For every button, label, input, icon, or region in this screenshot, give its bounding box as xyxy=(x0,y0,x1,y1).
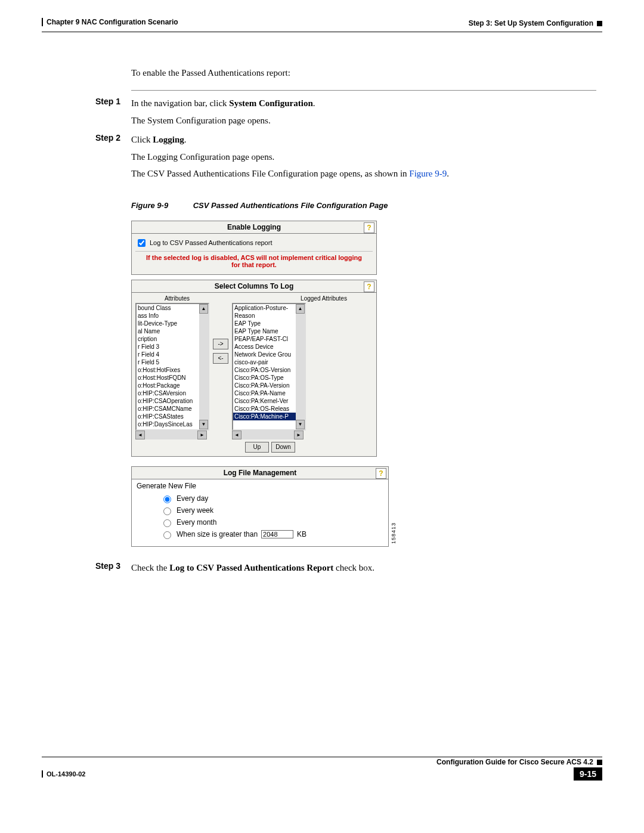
log-csv-checkbox[interactable] xyxy=(138,239,145,247)
scroll-down-icon[interactable]: ▼ xyxy=(199,420,208,429)
step3-label: Step 3 xyxy=(95,561,131,571)
list-item[interactable]: Cisco:PA:PA-Version xyxy=(233,382,305,389)
list-item[interactable]: cisco-av-pair xyxy=(233,358,305,366)
list-item[interactable]: r Field 5 xyxy=(137,358,208,366)
figure-link[interactable]: Figure 9-9 xyxy=(409,169,447,178)
section-header: Step 3: Set Up System Configuration xyxy=(469,18,593,29)
size-radio[interactable] xyxy=(163,531,171,539)
size-label-pre: When size is greater than xyxy=(177,530,258,538)
scroll-left-icon[interactable]: ◄ xyxy=(135,431,145,439)
enable-logging-title: Enable Logging xyxy=(227,223,281,231)
step1-label: Step 1 xyxy=(95,97,131,106)
move-left-button[interactable]: <- xyxy=(213,353,228,364)
logging-warning: If the selected log is disabled, ACS wil… xyxy=(135,252,373,272)
select-columns-title: Select Columns To Log xyxy=(215,282,293,290)
list-item[interactable]: bound Class xyxy=(137,304,208,312)
step2-label: Step 2 xyxy=(95,133,131,143)
list-item[interactable]: lit-Device-Type xyxy=(137,320,208,327)
generate-new-file-label: Generate New File xyxy=(137,482,383,490)
list-item[interactable]: o:HIP:CSAOperation xyxy=(137,397,208,405)
log-csv-label: Log to CSV Passed Authentications report xyxy=(150,239,272,246)
down-button[interactable]: Down xyxy=(271,442,295,453)
logged-attributes-listbox[interactable]: Application-Posture-ReasonEAP TypeEAP Ty… xyxy=(232,303,306,431)
enable-logging-panel: Enable Logging ? Log to CSV Passed Authe… xyxy=(131,221,377,275)
list-item[interactable]: Reason xyxy=(233,312,305,320)
scroll-up-icon[interactable]: ▲ xyxy=(199,304,208,314)
list-item[interactable]: o:Host:HostFQDN xyxy=(137,374,208,382)
scroll-right-icon[interactable]: ► xyxy=(294,431,304,439)
list-item[interactable]: cription xyxy=(137,335,208,343)
figure-sidecode: 158413 xyxy=(391,522,397,544)
list-item[interactable]: al Name xyxy=(137,327,208,335)
step2-line3: The CSV Passed Authentications File Conf… xyxy=(131,167,596,181)
every-week-radio[interactable] xyxy=(163,507,171,515)
list-item[interactable]: o:HIP:CSAMCName xyxy=(137,405,208,413)
every-month-label: Every month xyxy=(177,518,216,527)
list-item[interactable]: o:Host:Package xyxy=(137,382,208,389)
list-item[interactable]: hester:Audit:Device-T xyxy=(137,428,208,431)
log-file-mgmt-title: Log File Management xyxy=(224,469,297,477)
list-item[interactable]: ass Info xyxy=(137,312,208,320)
list-item[interactable]: o:HIP:DaysSinceLas xyxy=(137,420,208,428)
every-month-radio[interactable] xyxy=(163,519,171,527)
list-item[interactable]: o:HIP:CSAVersion xyxy=(137,389,208,397)
attributes-listbox[interactable]: bound Classass Infolit-Device-Typeal Nam… xyxy=(135,303,209,431)
chapter-header: Chapter 9 NAC Configuration Scenario xyxy=(42,18,178,26)
list-item[interactable]: Cisco:PA:OS-Type xyxy=(233,374,305,382)
list-item[interactable]: r Field 4 xyxy=(137,351,208,358)
list-item[interactable]: PEAP/EAP-FAST-Cl xyxy=(233,335,305,343)
footer-doc-id: OL-14390-02 xyxy=(42,770,85,778)
help-icon[interactable]: ? xyxy=(376,468,386,479)
attributes-header: Attributes xyxy=(135,295,219,302)
list-item[interactable]: Cisco:PA:OS-Version xyxy=(233,366,305,374)
log-file-mgmt-panel: Log File Management ? Generate New File … xyxy=(131,466,389,547)
list-item[interactable]: EAP Type xyxy=(233,320,305,327)
step2-line1: Click Logging. xyxy=(131,133,596,147)
list-item[interactable]: Cisco:PA:OS-Releas xyxy=(233,405,305,413)
scrollbar[interactable]: ▲ ▼ xyxy=(199,304,208,429)
figure-caption: Figure 9-9 CSV Passed Authentications Fi… xyxy=(131,201,596,210)
list-item[interactable]: EAP Type Name xyxy=(233,327,305,335)
footer-guide-title: Configuration Guide for Cisco Secure ACS… xyxy=(436,758,593,766)
page-number-badge: 9-15 xyxy=(574,767,602,781)
scroll-up-icon[interactable]: ▲ xyxy=(296,304,305,314)
list-item[interactable]: Access Device xyxy=(233,343,305,351)
step1-line1: In the navigation bar, click System Conf… xyxy=(131,97,596,110)
every-day-label: Every day xyxy=(177,494,208,503)
help-icon[interactable]: ? xyxy=(364,222,374,233)
list-item[interactable]: o:Host:HotFixes xyxy=(137,366,208,374)
list-item[interactable]: o:HIP:CSAStates xyxy=(137,413,208,420)
scroll-left-icon[interactable]: ◄ xyxy=(232,431,242,439)
list-item[interactable]: Application-Posture- xyxy=(233,304,305,312)
move-right-button[interactable]: -> xyxy=(213,339,228,349)
step2-line2: The Logging Configuration page opens. xyxy=(131,150,596,164)
help-icon[interactable]: ? xyxy=(364,281,374,292)
intro-text: To enable the Passed Authentications rep… xyxy=(131,68,596,78)
step1-line2: The System Configuration page opens. xyxy=(131,114,596,128)
step-rule xyxy=(131,90,596,91)
logged-attributes-header: Logged Attributes xyxy=(282,295,366,302)
list-item[interactable]: Cisco:PA:PA-Name xyxy=(233,389,305,397)
up-button[interactable]: Up xyxy=(245,442,269,453)
scroll-down-icon[interactable]: ▼ xyxy=(296,420,305,429)
step3-text: Check the Log to CSV Passed Authenticati… xyxy=(131,561,596,575)
list-item[interactable]: Cisco:PA:Machine-P xyxy=(233,413,305,420)
h-scrollbar[interactable]: ◄ ► xyxy=(232,431,304,439)
scrollbar[interactable]: ▲ ▼ xyxy=(296,304,305,429)
scroll-right-icon[interactable]: ► xyxy=(197,431,207,439)
header-rule xyxy=(42,32,602,32)
h-scrollbar[interactable]: ◄ ► xyxy=(135,431,207,439)
list-item[interactable]: r Field 3 xyxy=(137,343,208,351)
square-icon xyxy=(597,21,602,26)
list-item[interactable]: Cisco:PA:Kernel-Ver xyxy=(233,397,305,405)
size-unit: KB xyxy=(297,530,306,538)
size-input[interactable] xyxy=(261,530,293,538)
every-week-label: Every week xyxy=(177,506,213,515)
list-item[interactable]: Network Device Grou xyxy=(233,351,305,358)
select-columns-panel: Select Columns To Log ? Attributes Logge… xyxy=(131,280,377,457)
every-day-radio[interactable] xyxy=(163,496,171,503)
square-icon xyxy=(597,760,602,765)
